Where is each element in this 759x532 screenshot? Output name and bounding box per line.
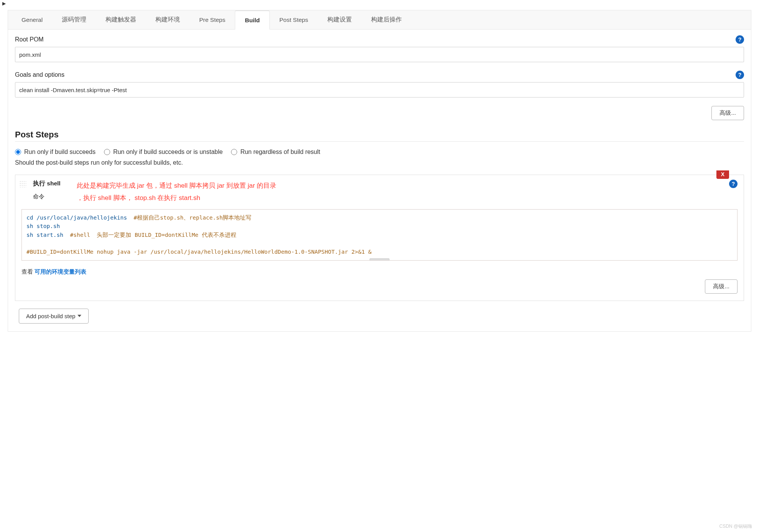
radio-regardless[interactable]: Run regardless of build result — [231, 149, 320, 155]
delete-step-button[interactable]: X — [716, 170, 729, 179]
root-pom-field: Root POM ? — [15, 35, 744, 62]
goals-input[interactable] — [15, 82, 744, 97]
radio-regardless-input[interactable] — [231, 149, 237, 155]
code-l3a: sh start.sh — [26, 232, 70, 238]
command-textarea[interactable]: cd /usr/local/java/hellojekins #根据自己stop… — [21, 209, 738, 261]
radio-unstable-input[interactable] — [104, 149, 110, 155]
add-post-build-step-button[interactable]: Add post-build step — [19, 309, 89, 324]
radio-regardless-label: Run regardless of build result — [240, 149, 320, 155]
add-step-label: Add post-build step — [26, 313, 75, 319]
tab-general[interactable]: General — [12, 10, 52, 30]
help-icon[interactable]: ? — [736, 71, 744, 79]
tab-triggers[interactable]: 构建触发器 — [96, 10, 146, 30]
radio-unstable[interactable]: Run only if build succeeds or is unstabl… — [104, 149, 223, 155]
tab-settings[interactable]: 构建设置 — [318, 10, 361, 30]
env-vars-link[interactable]: 可用的环境变量列表 — [35, 268, 86, 275]
tab-build[interactable]: Build — [235, 10, 270, 30]
command-label: 命令 — [33, 193, 61, 200]
code-l2: sh stop.sh — [26, 223, 60, 229]
code-l1a: cd /usr/local/java/hellojekins — [26, 215, 134, 221]
post-steps-condition-radios: Run only if build succeeds Run only if b… — [15, 149, 744, 155]
shell-step-title: 执行 shell — [33, 180, 61, 188]
code-l1b: #根据自己stop.sh、replace.sh脚本地址写 — [134, 215, 251, 221]
tab-postactions[interactable]: 构建后操作 — [361, 10, 411, 30]
goals-label: Goals and options — [15, 71, 64, 78]
tab-presteps[interactable]: Pre Steps — [190, 10, 235, 30]
tab-bar: General 源码管理 构建触发器 构建环境 Pre Steps Build … — [8, 10, 751, 30]
radio-success-input[interactable] — [15, 149, 21, 155]
disclosure-caret[interactable]: ▶ — [0, 0, 759, 7]
annotation-line1: 此处是构建完毕生成 jar 包，通过 shell 脚本拷贝 jar 到放置 ja… — [77, 182, 276, 189]
radio-success-label: Run only if build succeeds — [24, 149, 96, 155]
root-pom-label: Root POM — [15, 36, 44, 43]
divider — [15, 141, 744, 142]
execute-shell-block: X 执行 shell 命令 此处是构建完毕生成 jar 包，通过 shell 脚… — [15, 175, 744, 301]
see-label: 查看 — [21, 268, 35, 275]
code-l3b: #shell 头部一定要加 BUILD_ID=dontKillMe 代表不杀进程 — [70, 232, 236, 238]
tab-scm[interactable]: 源码管理 — [52, 10, 96, 30]
advanced-button[interactable]: 高级... — [711, 106, 744, 120]
help-icon[interactable]: ? — [729, 180, 738, 188]
tab-poststeps[interactable]: Post Steps — [270, 10, 318, 30]
env-vars-row: 查看 可用的环境变量列表 — [21, 268, 738, 276]
post-steps-hint: Should the post-build steps run only for… — [15, 159, 744, 166]
config-panel: General 源码管理 构建触发器 构建环境 Pre Steps Build … — [8, 10, 751, 332]
content-area: Root POM ? Goals and options ? 高级... Pos… — [8, 30, 751, 331]
radio-unstable-label: Run only if build succeeds or is unstabl… — [113, 149, 223, 155]
post-steps-title: Post Steps — [15, 130, 744, 140]
help-icon[interactable]: ? — [736, 35, 744, 44]
chevron-down-icon — [78, 315, 81, 317]
annotation-text: 此处是构建完毕生成 jar 包，通过 shell 脚本拷贝 jar 到放置 ja… — [77, 180, 276, 205]
goals-field: Goals and options ? — [15, 71, 744, 97]
radio-success[interactable]: Run only if build succeeds — [15, 149, 96, 155]
tab-env[interactable]: 构建环境 — [146, 10, 190, 30]
root-pom-input[interactable] — [15, 47, 744, 62]
annotation-line2: ，执行 shell 脚本， stop.sh 在执行 start.sh — [77, 194, 200, 202]
shell-advanced-button[interactable]: 高级... — [705, 279, 738, 294]
code-l4: #BUILD_ID=dontKillMe nohup java -jar /us… — [26, 249, 371, 255]
drag-handle-icon[interactable] — [19, 180, 26, 187]
